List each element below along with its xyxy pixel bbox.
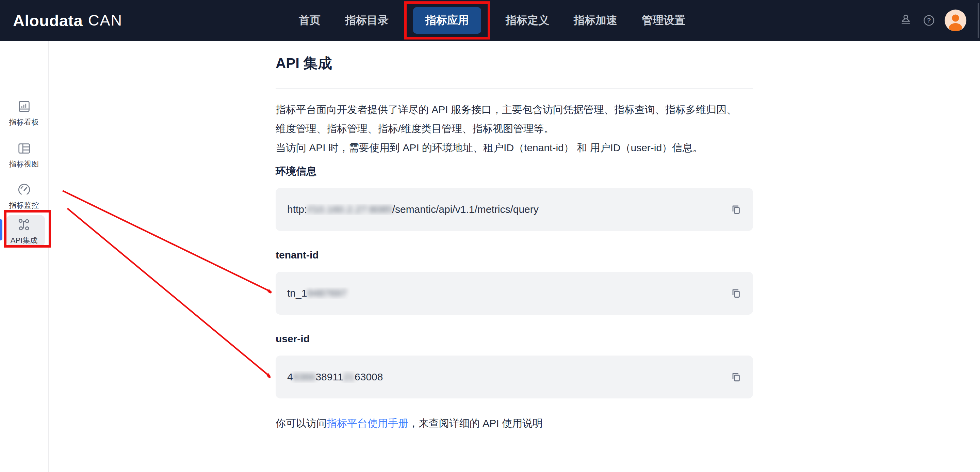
nav-tab-首页[interactable]: 首页 xyxy=(299,7,321,34)
logo-brand-text: Aloudata xyxy=(13,11,83,30)
copy-button[interactable] xyxy=(729,370,743,384)
main-content: API 集成 指标平台面向开发者提供了详尽的 API 服务接口，主要包含访问凭据… xyxy=(49,41,980,472)
sidebar-item-label: API集成 xyxy=(11,236,37,245)
nav-tab-label: 首页 xyxy=(299,14,321,26)
sidebar-item-label: 指标监控 xyxy=(9,201,39,210)
sidebar-active-indicator xyxy=(0,219,2,241)
stamp-icon[interactable] xyxy=(898,13,913,28)
nav-tab-label: 指标目录 xyxy=(345,14,388,26)
sections-container: 环境信息http://10.160.2.27:8085/semantic/api… xyxy=(275,166,753,399)
page-title: API 集成 xyxy=(275,55,753,72)
section-tenant-id: tenant-idtn_19487697 xyxy=(275,250,753,315)
value-text: /semantic/api/v1.1/metrics/query xyxy=(392,204,539,215)
description-line: 当访问 API 时，需要使用到 API 的环境地址、租户ID（tenant-id… xyxy=(275,138,753,157)
blurred-text: //10.160.2.27:8085 xyxy=(307,204,392,215)
value-text: http: xyxy=(287,204,307,215)
description-line: 维度管理、指标管理、指标/维度类目管理、指标视图管理等。 xyxy=(275,119,753,138)
nav-tab-指标定义[interactable]: 指标定义 xyxy=(506,7,549,34)
value-field: 46366389112163008 xyxy=(275,356,753,399)
sidebar-item-指标视图[interactable]: 指标视图 xyxy=(0,140,48,169)
field-value: tn_19487697 xyxy=(287,287,729,299)
copy-button[interactable] xyxy=(729,202,743,217)
field-value: http://10.160.2.27:8085/semantic/api/v1.… xyxy=(287,204,729,215)
sidebar-item-指标看板[interactable]: 指标看板 xyxy=(0,99,48,127)
section-label: 环境信息 xyxy=(275,166,753,176)
value-text: 4 xyxy=(287,371,293,383)
section-环境信息: 环境信息http://10.160.2.27:8085/semantic/api… xyxy=(275,166,753,231)
sidebar-item-label: 指标看板 xyxy=(9,118,39,127)
value-text: tn_1 xyxy=(287,287,307,299)
dashboard-chart-icon xyxy=(16,99,32,116)
section-label: tenant-id xyxy=(275,250,753,260)
nav-tab-label: 指标应用 xyxy=(425,14,469,26)
manual-link[interactable]: 指标平台使用手册 xyxy=(327,418,408,429)
description-line: 指标平台面向开发者提供了详尽的 API 服务接口，主要包含访问凭据管理、指标查询… xyxy=(275,100,753,119)
nav-actions: ? xyxy=(898,0,966,41)
divider xyxy=(275,88,753,89)
blurred-text: 21 xyxy=(343,371,355,383)
primary-nav: 首页指标目录指标应用指标定义指标加速管理设置 xyxy=(299,0,685,41)
nav-tab-label: 指标定义 xyxy=(506,14,549,26)
nav-tab-管理设置[interactable]: 管理设置 xyxy=(642,7,685,34)
nav-tab-指标加速[interactable]: 指标加速 xyxy=(574,7,617,34)
blurred-text: 9487697 xyxy=(307,287,347,299)
value-field: tn_19487697 xyxy=(275,272,753,315)
footer-prefix: 你可以访问 xyxy=(275,418,327,429)
user-avatar[interactable] xyxy=(945,10,966,31)
sidebar-item-label: 指标视图 xyxy=(9,160,39,169)
sidebar-item-API集成[interactable]: API集成 xyxy=(0,217,48,245)
field-value: 46366389112163008 xyxy=(287,371,729,383)
app-logo[interactable]: Aloudata CAN xyxy=(13,0,123,41)
copy-button[interactable] xyxy=(729,286,743,301)
value-text: 63008 xyxy=(355,371,383,383)
footer-suffix: ，来查阅详细的 API 使用说明 xyxy=(408,418,543,429)
top-nav-bar: Aloudata CAN 首页指标目录指标应用指标定义指标加速管理设置 ? xyxy=(0,0,980,41)
gauge-icon xyxy=(16,182,32,199)
blurred-text: 6366 xyxy=(293,371,316,383)
logo-product-text: CAN xyxy=(88,11,123,29)
api-nodes-icon xyxy=(16,217,32,234)
sidebar-item-指标监控[interactable]: 指标监控 xyxy=(0,182,48,210)
nav-tab-指标目录[interactable]: 指标目录 xyxy=(345,7,388,34)
scrollbar[interactable] xyxy=(978,3,979,38)
nav-tab-label: 指标加速 xyxy=(574,14,617,26)
sidebar: 指标看板指标视图指标监控API集成 xyxy=(0,41,49,472)
footer-note: 你可以访问指标平台使用手册，来查阅详细的 API 使用说明 xyxy=(275,418,753,429)
description-paragraph: 指标平台面向开发者提供了详尽的 API 服务接口，主要包含访问凭据管理、指标查询… xyxy=(275,100,753,157)
section-label: user-id xyxy=(275,334,753,344)
nav-tab-指标应用[interactable]: 指标应用 xyxy=(413,7,481,34)
svg-text:?: ? xyxy=(927,17,931,24)
value-text: 38911 xyxy=(315,371,343,383)
nav-tab-label: 管理设置 xyxy=(642,14,685,26)
table-view-icon xyxy=(16,140,32,158)
value-field: http://10.160.2.27:8085/semantic/api/v1.… xyxy=(275,188,753,231)
section-user-id: user-id46366389112163008 xyxy=(275,334,753,399)
help-icon[interactable]: ? xyxy=(921,13,937,28)
